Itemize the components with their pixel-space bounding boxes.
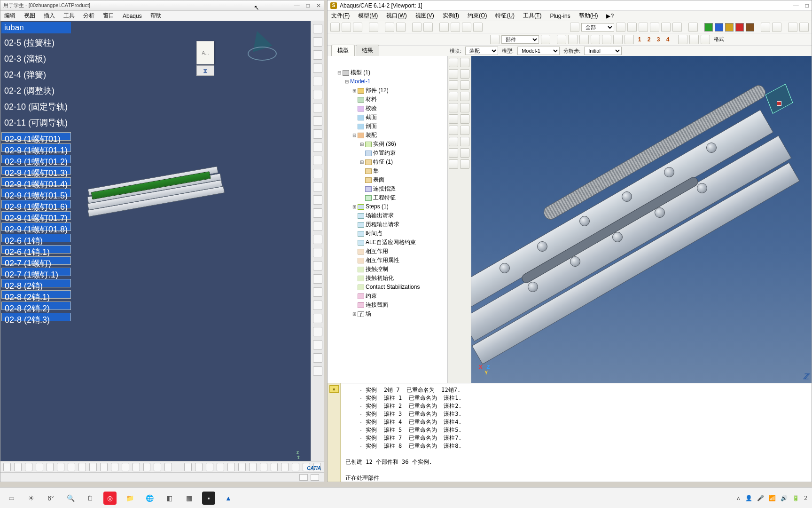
tool-btn[interactable] xyxy=(313,37,322,47)
tree-contactctrl[interactable]: 接触控制 xyxy=(366,266,388,272)
tree-node[interactable]: 02-6 (1销.1) xyxy=(1,245,71,254)
tree-features[interactable]: 特征 (1) xyxy=(373,159,393,165)
tool-btn[interactable] xyxy=(206,463,213,471)
toolbox-btn[interactable] xyxy=(460,137,469,146)
edge-icon[interactable]: 🌐 xyxy=(143,492,156,505)
filter6-icon[interactable] xyxy=(672,23,682,32)
toolbox-btn[interactable] xyxy=(449,69,458,79)
tool-btn[interactable] xyxy=(313,222,322,231)
tool-btn[interactable] xyxy=(154,463,161,471)
tree-node[interactable]: 02-9 (1螺钉01.2) xyxy=(1,155,71,163)
tool-btn[interactable] xyxy=(313,64,322,73)
rotate-icon[interactable] xyxy=(423,23,433,32)
persp2-icon[interactable] xyxy=(772,23,781,32)
tool-btn[interactable] xyxy=(313,103,322,112)
status-cell[interactable] xyxy=(299,474,308,481)
close-button[interactable]: ✕ xyxy=(316,2,321,9)
tool-btn[interactable] xyxy=(313,274,322,284)
tree-ale[interactable]: ALE自适应网格约束 xyxy=(366,239,416,246)
toolbox-btn[interactable] xyxy=(449,80,458,90)
tree-position[interactable]: 位置约束 xyxy=(373,150,396,156)
tree-node[interactable]: 02-9 (1螺钉01.4) xyxy=(1,177,71,186)
tree-node[interactable]: 02-9 (1螺钉01.1) xyxy=(1,143,71,152)
color-swatch[interactable] xyxy=(715,23,723,32)
tree-field[interactable]: 场 xyxy=(366,310,371,317)
search-icon[interactable]: 🔍 xyxy=(64,492,77,505)
turn-icon[interactable] xyxy=(788,23,797,32)
color-swatch[interactable] xyxy=(704,23,713,32)
model-select[interactable]: Model-1 xyxy=(517,47,560,55)
tray-icon[interactable]: 👤 xyxy=(745,495,752,501)
toolbox-btn[interactable] xyxy=(449,137,458,146)
turn2-icon[interactable] xyxy=(799,23,809,32)
tree-profile[interactable]: 剖面 xyxy=(366,123,377,129)
tree-constraints[interactable]: 约束 xyxy=(366,293,377,299)
menu-item[interactable]: Plug-ins xyxy=(550,13,570,19)
csys-icon[interactable] xyxy=(625,35,634,44)
palette-icon[interactable] xyxy=(490,35,500,44)
abaqus-viewport[interactable]: X Z Y ℤ xyxy=(471,56,812,383)
tool-btn[interactable] xyxy=(313,287,322,297)
view-1[interactable]: 1 xyxy=(636,35,643,44)
cube-icon[interactable] xyxy=(689,35,699,44)
tool-btn[interactable] xyxy=(184,463,192,471)
tree-node[interactable]: 02-2 (调整块) xyxy=(1,84,71,97)
tree-node[interactable]: 02-9 (1螺钉01.3) xyxy=(1,166,71,175)
tool-btn[interactable] xyxy=(195,463,203,471)
tool-btn[interactable] xyxy=(57,463,64,471)
tree-instances[interactable]: 实例 (36) xyxy=(373,141,396,147)
tool-btn[interactable] xyxy=(313,182,322,191)
menu-item[interactable]: 视图(V) xyxy=(415,12,434,20)
toolbox-btn[interactable] xyxy=(449,148,458,158)
toolbox-btn[interactable] xyxy=(449,159,458,169)
app-icon[interactable]: ▦ xyxy=(182,492,195,505)
tool-btn[interactable] xyxy=(47,463,54,471)
toolbox-btn[interactable] xyxy=(460,58,469,67)
tool-btn[interactable] xyxy=(89,463,97,471)
vis-icon[interactable] xyxy=(541,35,550,44)
persp-icon[interactable] xyxy=(761,23,770,32)
tree-assembly[interactable]: 装配 xyxy=(366,132,377,138)
tool-btn[interactable] xyxy=(313,208,322,218)
toolbox-btn[interactable] xyxy=(449,103,458,112)
tree-node[interactable]: 02-9 (1螺钉01.8) xyxy=(1,222,71,231)
csys-icon[interactable] xyxy=(579,35,589,44)
vp-compass-icon[interactable] xyxy=(765,84,802,122)
filter2-icon[interactable] xyxy=(627,23,637,32)
tool-btn[interactable] xyxy=(313,235,322,244)
app-icon[interactable]: ◧ xyxy=(163,492,176,505)
tree-calibration[interactable]: 校验 xyxy=(366,105,377,111)
tool-btn[interactable] xyxy=(292,463,299,471)
color-by-select[interactable]: 部件 xyxy=(501,35,539,44)
menu-tools[interactable]: 工具 xyxy=(63,12,75,20)
tree-materials[interactable]: 材料 xyxy=(366,96,377,103)
tool-btn[interactable] xyxy=(164,463,172,471)
csys-icon[interactable] xyxy=(613,35,623,44)
tree-connsurf[interactable]: 连接截面 xyxy=(366,302,388,308)
view-4[interactable]: 4 xyxy=(664,35,671,44)
module-select[interactable]: 装配 xyxy=(465,47,498,55)
minimize-button[interactable]: — xyxy=(793,2,799,9)
tool-btn[interactable] xyxy=(249,463,257,471)
menu-item[interactable]: 约束(O) xyxy=(468,12,487,20)
toolbox-btn[interactable] xyxy=(449,126,458,135)
tool-btn[interactable] xyxy=(313,116,322,126)
view-3[interactable]: 3 xyxy=(655,35,662,44)
tool-btn[interactable] xyxy=(313,248,322,257)
catia-viewport[interactable]: iuban 02-5 (拉簧柱)02-3 (溜板)02-4 (弹簧)02-2 (… xyxy=(0,21,311,463)
tool-btn[interactable] xyxy=(3,463,11,471)
zoom-icon[interactable] xyxy=(439,23,449,32)
tool-btn[interactable] xyxy=(313,90,322,99)
tool-btn[interactable] xyxy=(78,463,86,471)
toolbox-btn[interactable] xyxy=(449,114,458,124)
tool-btn[interactable] xyxy=(313,50,322,60)
cycle-icon[interactable] xyxy=(473,23,483,32)
filter5-icon[interactable] xyxy=(661,23,671,32)
temp-readout[interactable]: 6° xyxy=(44,492,57,505)
tray-icon[interactable]: ∧ xyxy=(736,495,741,501)
tool-btn[interactable] xyxy=(313,327,322,336)
toolbox-btn[interactable] xyxy=(460,148,469,158)
csys-icon[interactable] xyxy=(568,35,578,44)
tree-node[interactable]: 02-9 (1螺钉01.5) xyxy=(1,189,71,197)
tool-btn[interactable] xyxy=(313,195,322,205)
